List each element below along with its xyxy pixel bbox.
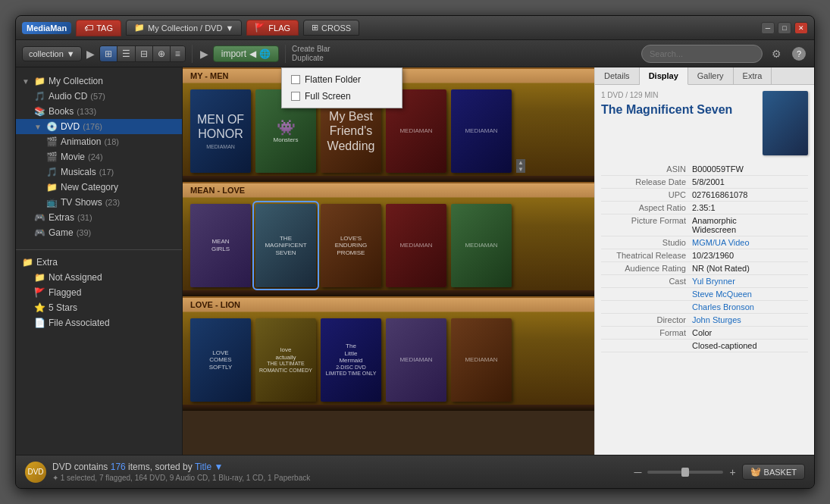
new-category-icon: 📁 [46, 182, 58, 193]
fullscreen-checkbox[interactable] [291, 92, 300, 101]
extras-label: Extras [49, 212, 74, 223]
sidebar-item-animation[interactable]: 🎬 Animation (18) [16, 134, 182, 149]
main-window: MediaMan 🏷 TAG 📁 My Collection / DVD ▼ 🚩… [15, 15, 815, 489]
shelf-scroll-down[interactable]: ▼ [516, 166, 525, 173]
sidebar-item-5-stars[interactable]: ⭐ 5 Stars [16, 300, 182, 315]
nav-arrow-right-2[interactable]: ▶ [199, 48, 210, 60]
asin-value: B000059TFW [692, 164, 808, 174]
cover-lion-king[interactable]: MEDIAMAN [386, 318, 446, 402]
tab-collection[interactable]: 📁 My Collection / DVD ▼ [126, 20, 242, 36]
sidebar-item-not-assigned[interactable]: 📁 Not Assigned [16, 270, 182, 285]
detail-row-theatrical: Theatrical Release 10/23/1960 [601, 249, 808, 262]
sidebar-item-file-associated[interactable]: 📄 File Associated [16, 315, 182, 330]
cover-men-of-honor-title: MEN OFHONOR MEDIAMAN [194, 109, 247, 154]
minimize-button[interactable]: ─ [761, 22, 775, 34]
cover-magnificent-seven[interactable]: THEMAGNIFICENTSEVEN [255, 204, 316, 287]
cover-lion-extra[interactable]: MEDIAMAN [451, 318, 512, 402]
tab-extra[interactable]: Extra [734, 67, 772, 84]
director-value[interactable]: John Sturges [692, 315, 808, 324]
flatten-checkbox[interactable] [291, 75, 300, 84]
status-text-area: DVD contains 176 items, sorted by Title … [52, 462, 310, 482]
cover-love-extra[interactable]: MEDIAMAN [451, 204, 512, 287]
main-content: ▼ 📁 My Collection 🎵 Audio CD (57) 📚 Book… [16, 67, 814, 455]
help-button[interactable]: ? [790, 45, 808, 63]
cover-extra-1[interactable]: MEDIAMAN [451, 89, 512, 173]
search-input[interactable] [641, 45, 763, 63]
view-grid-button[interactable]: ⊞ [100, 46, 117, 61]
zoom-thumb[interactable] [681, 468, 689, 477]
cover-men-of-honor[interactable]: MEN OFHONOR MEDIAMAN [190, 89, 251, 173]
nav-arrow-right[interactable]: ▶ [85, 48, 96, 60]
format-label: Format [601, 328, 692, 337]
sidebar-item-my-collection[interactable]: ▼ 📁 My Collection [16, 74, 182, 89]
sidebar-item-tv-shows[interactable]: 📺 TV Shows (23) [16, 195, 182, 210]
extra-section-label: Extra [36, 257, 58, 268]
cover-love-actually-2[interactable]: loveactually THE ULTIMATE ROMANTIC COMED… [255, 318, 316, 402]
tab-display[interactable]: Display [640, 67, 688, 85]
movie-label: Movie [61, 152, 85, 162]
create-duplicate-group: Create Blar Duplicate [292, 45, 330, 62]
fullscreen-option[interactable]: Full Screen [282, 88, 402, 105]
cast-charles[interactable]: Charles Bronson [692, 302, 808, 311]
cover-love-comes-softly[interactable]: LOVECOMESSOFTLY [190, 318, 251, 402]
sidebar-item-audio-cd[interactable]: 🎵 Audio CD (57) [16, 89, 182, 104]
view-table-button[interactable]: ≡ [171, 46, 185, 61]
cover-loves-promise[interactable]: LOVE'SENDURINGPROMISE [321, 204, 381, 287]
theatrical-label: Theatrical Release [601, 251, 692, 260]
shelf-scroll-up[interactable]: ▲ [516, 159, 525, 166]
sidebar-item-musicals[interactable]: 🎵 Musicals (17) [16, 164, 182, 180]
view-detail-button[interactable]: ⊟ [136, 46, 153, 61]
zoom-slider[interactable] [647, 471, 723, 474]
extras-icon: 🎮 [34, 212, 45, 223]
tab-collection-label: My Collection / DVD [148, 23, 222, 33]
cover-love-actually-1[interactable]: MEDIAMAN [386, 204, 446, 287]
audience-value: NR (Not Rated) [692, 264, 808, 273]
basket-button[interactable]: 🧺 BASKET [742, 464, 805, 480]
detail-row-release: Release Date 5/8/2001 [601, 176, 808, 189]
flatten-folder-option[interactable]: Flatten Folder [282, 71, 402, 88]
cast-steve[interactable]: Steve McQueen [692, 290, 808, 299]
sidebar-item-game[interactable]: 🎮 Game (39) [16, 225, 182, 240]
zoom-minus[interactable]: ─ [634, 466, 641, 478]
game-label: Game [49, 227, 74, 238]
close-button[interactable]: ✕ [794, 22, 808, 34]
sidebar-item-movie[interactable]: 🎬 Movie (24) [16, 149, 182, 164]
sidebar-item-flagged[interactable]: 🚩 Flagged [16, 285, 182, 300]
file-associated-label: File Associated [49, 318, 110, 328]
sidebar-item-books[interactable]: 📚 Books (133) [16, 104, 182, 119]
tab-flag[interactable]: 🚩 FLAG [246, 20, 299, 36]
collection-dropdown-arrow: ▼ [225, 23, 233, 33]
collection-button[interactable]: collection ▼ [22, 46, 82, 61]
studio-value[interactable]: MGM/UA Video [692, 238, 808, 247]
view-list-button[interactable]: ☰ [117, 46, 136, 61]
sidebar-item-extras[interactable]: 🎮 Extras (31) [16, 210, 182, 225]
settings-button[interactable]: ⚙ [767, 45, 785, 63]
status-before: DVD contains [52, 462, 111, 472]
tab-gallery[interactable]: Gallery [688, 67, 734, 84]
tab-tag[interactable]: 🏷 TAG [76, 20, 121, 36]
sidebar-item-dvd[interactable]: ▼ 💿 DVD (176) [16, 119, 182, 134]
shelf-area: MY - MEN MEN OFHONOR MEDIAMAN 👾 Monsters [183, 67, 594, 455]
tab-details[interactable]: Details [595, 67, 640, 84]
upc-label: UPC [601, 190, 692, 199]
cast-label-2 [601, 290, 692, 299]
tv-shows-icon: 📺 [46, 197, 58, 208]
tab-cross[interactable]: ⊞ CROSS [303, 20, 359, 36]
shelf-mean-love: MEAN - LOVE MEANGIRLS THEMAGNIFICENTSEVE… [183, 182, 594, 296]
audio-cd-icon: 🎵 [34, 91, 45, 102]
cast-yul[interactable]: Yul Brynner [692, 277, 808, 286]
shelf-scroll-controls: ▲ ▼ [516, 159, 525, 173]
asin-label: ASIN [601, 164, 692, 174]
maximize-button[interactable]: □ [778, 22, 791, 34]
sidebar-item-new-category[interactable]: 📁 New Category [16, 180, 182, 195]
import-button[interactable]: import ◀ 🌐 [213, 45, 279, 62]
zoom-plus[interactable]: + [729, 466, 735, 478]
cover-mean-girls[interactable]: MEANGIRLS [190, 204, 251, 287]
view-stack-button[interactable]: ⊕ [153, 46, 171, 61]
sort-dropdown-arrow[interactable]: ▼ [214, 462, 223, 472]
settings-icon: ⚙ [772, 48, 781, 60]
5-stars-icon: ⭐ [34, 302, 45, 313]
detail-row-cast-2: Steve McQueen [601, 288, 808, 301]
cover-little-mermaid[interactable]: TheLittleMermaid 2-DISC DVDLIMITED TIME … [321, 318, 381, 402]
collection-dropdown-chevron: ▼ [67, 49, 75, 58]
